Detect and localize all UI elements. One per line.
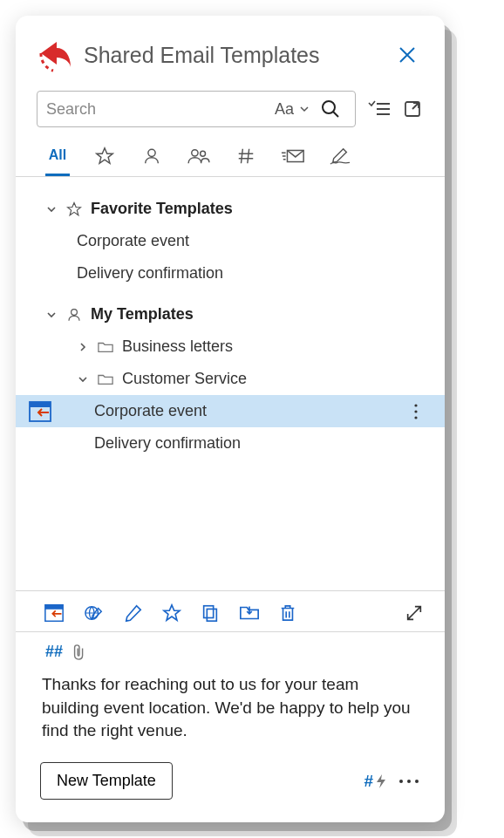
favorite-item-label: Delivery confirmation [77,264,223,283]
svg-point-16 [414,410,417,412]
svg-rect-22 [207,610,216,622]
expand-button[interactable] [405,603,424,623]
svg-point-17 [414,416,417,419]
checklist-button[interactable] [368,99,391,119]
hash-icon [236,146,255,166]
more-icon [398,778,420,785]
tab-all[interactable]: All [45,147,70,176]
folder-label: Business letters [122,337,233,356]
favorite-item-label: Corporate event [77,232,189,250]
popout-icon [403,99,422,119]
insert-template-button[interactable] [44,603,65,623]
template-item-label: Delivery confirmation [94,434,241,453]
new-template-button[interactable]: New Template [40,762,173,800]
svg-point-5 [148,149,155,156]
svg-point-25 [415,780,419,783]
hash-indicator[interactable]: ## [45,643,63,661]
template-actions [16,591,445,632]
person-icon [66,307,82,323]
folder-label: Customer Service [122,370,247,388]
folder-row[interactable]: Customer Service [16,363,445,395]
app-title: Shared Email Templates [84,43,392,68]
footer-more-button[interactable] [398,778,420,785]
globe-edit-icon [84,603,105,623]
tab-shortcuts[interactable] [234,146,258,176]
folder-icon [98,372,113,386]
search-icon [320,99,341,119]
chevron-down-icon [77,374,89,385]
trash-icon [279,603,296,623]
favorite-button[interactable] [162,603,181,623]
svg-point-0 [323,101,335,113]
svg-rect-14 [30,402,51,407]
favorite-item[interactable]: Delivery confirmation [16,257,445,290]
tab-personal[interactable] [140,146,164,176]
favorites-title: Favorite Templates [91,200,233,218]
svg-point-24 [407,780,411,783]
chevron-right-icon [77,342,89,352]
attachment-indicator[interactable] [72,644,87,661]
copy-icon [201,603,220,623]
move-to-folder-icon [239,603,260,623]
more-vertical-icon [413,403,419,420]
pencil-icon [124,603,143,623]
checklist-icon [368,99,391,119]
panel: Shared Email Templates Aa [16,16,445,822]
favorites-section: Favorite Templates Corporate event Deliv… [16,189,445,295]
template-item-selected[interactable]: Corporate event [16,395,445,427]
chevron-down-icon [45,310,58,320]
search-box: Aa [37,91,356,127]
case-toggle-label: Aa [275,100,294,119]
favorites-header[interactable]: Favorite Templates [16,193,445,225]
star-icon [66,201,82,217]
template-meta: ## [16,632,445,668]
search-input[interactable] [46,100,269,119]
edit-html-button[interactable] [84,603,105,623]
my-templates-title: My Templates [91,305,194,324]
svg-rect-21 [204,606,214,618]
chevron-down-icon [45,204,58,215]
template-item-label: Corporate event [94,402,207,420]
templates-tree: Favorite Templates Corporate event Deliv… [16,177,445,587]
item-more-button[interactable] [413,403,427,420]
header: Shared Email Templates [16,16,445,82]
delete-button[interactable] [279,603,296,623]
tab-mail[interactable] [281,146,305,176]
svg-point-15 [414,404,417,406]
case-toggle[interactable]: Aa [269,100,315,119]
popout-button[interactable] [403,99,422,119]
bolt-icon [375,773,387,789]
insert-icon [44,603,65,623]
signature-icon [329,146,351,166]
edit-button[interactable] [124,603,143,623]
favorite-item[interactable]: Corporate event [16,225,445,257]
folder-row[interactable]: Business letters [16,330,445,363]
search-button[interactable] [315,99,346,119]
quick-shortcut-button[interactable]: # [364,772,387,791]
chevron-down-icon [299,104,310,114]
tab-team[interactable] [187,146,211,176]
move-button[interactable] [239,603,260,623]
close-icon [398,45,417,65]
my-templates-header[interactable]: My Templates [16,298,445,330]
search-row: Aa [16,82,445,133]
folder-icon [98,340,113,354]
copy-button[interactable] [201,603,220,623]
footer: New Template # [16,759,445,822]
star-icon [162,603,181,623]
svg-point-12 [72,309,78,315]
tab-favorites[interactable] [92,146,117,176]
svg-point-23 [399,780,403,783]
reply-logo-icon [35,35,75,75]
star-icon [95,146,114,166]
close-button[interactable] [392,40,422,70]
filter-tabs: All [16,133,445,177]
expand-icon [405,603,424,623]
paperclip-icon [72,644,87,661]
person-icon [142,146,161,166]
tab-signatures[interactable] [328,146,352,176]
svg-point-6 [192,150,198,156]
svg-point-7 [201,151,206,156]
my-templates-section: My Templates Business letters Customer S… [16,295,445,465]
template-item[interactable]: Delivery confirmation [16,427,445,460]
